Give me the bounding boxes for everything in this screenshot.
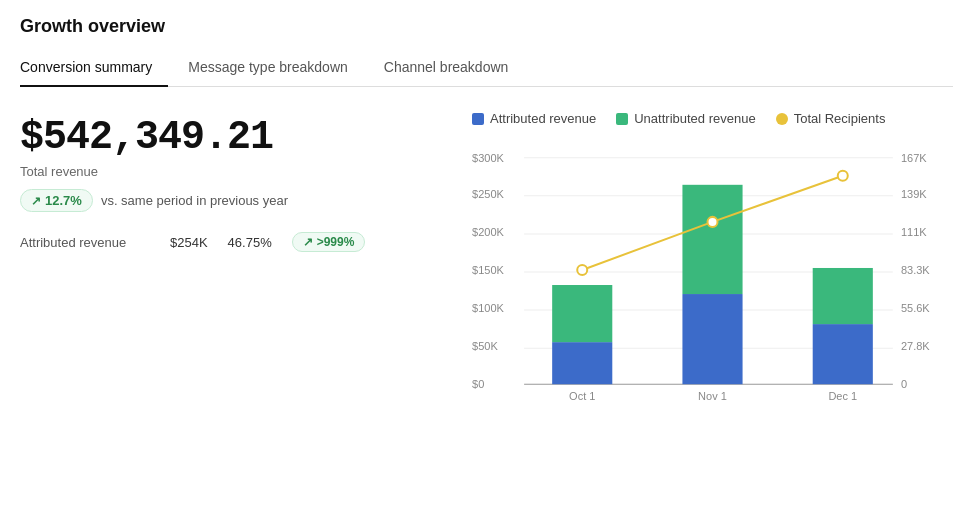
oct-recipients-dot	[577, 265, 587, 275]
svg-text:111K: 111K	[901, 226, 927, 238]
legend-recipients: Total Recipients	[776, 111, 886, 126]
legend-unattributed: Unattributed revenue	[616, 111, 755, 126]
legend-attributed-dot	[472, 113, 484, 125]
legend-unattributed-dot	[616, 113, 628, 125]
nov-unattributed-bar	[682, 185, 742, 294]
svg-text:Oct 1: Oct 1	[569, 390, 595, 402]
svg-text:27.8K: 27.8K	[901, 340, 930, 352]
svg-text:$300K: $300K	[472, 152, 505, 164]
tabs-container: Conversion summary Message type breakdow…	[20, 49, 953, 87]
legend-unattributed-label: Unattributed revenue	[634, 111, 755, 126]
nov-recipients-dot	[707, 217, 717, 227]
svg-text:$0: $0	[472, 378, 484, 390]
svg-text:$250K: $250K	[472, 188, 505, 200]
chart-container: $300K $250K $200K $150K $100K $50K $0	[472, 138, 953, 422]
svg-text:$200K: $200K	[472, 226, 505, 238]
tab-message-type-breakdown[interactable]: Message type breakdown	[188, 49, 364, 87]
oct-unattributed-bar	[552, 285, 612, 342]
attributed-pct: 46.75%	[228, 235, 272, 250]
svg-text:Dec 1: Dec 1	[828, 390, 857, 402]
chart-legend: Attributed revenue Unattributed revenue …	[472, 111, 953, 126]
left-panel: $542,349.21 Total revenue ↗ 12.7% vs. sa…	[20, 111, 440, 422]
nov-attributed-bar	[682, 294, 742, 384]
total-revenue-label: Total revenue	[20, 164, 440, 179]
legend-attributed: Attributed revenue	[472, 111, 596, 126]
bar-chart: $300K $250K $200K $150K $100K $50K $0	[472, 138, 953, 418]
dec-attributed-bar	[813, 324, 873, 384]
attributed-badge: ↗ >999%	[292, 232, 366, 252]
svg-text:55.6K: 55.6K	[901, 302, 930, 314]
attributed-label: Attributed revenue	[20, 235, 150, 250]
legend-attributed-label: Attributed revenue	[490, 111, 596, 126]
growth-pct: 12.7%	[45, 193, 82, 208]
svg-text:Nov 1: Nov 1	[698, 390, 727, 402]
content-area: $542,349.21 Total revenue ↗ 12.7% vs. sa…	[20, 111, 953, 422]
right-panel: Attributed revenue Unattributed revenue …	[472, 111, 953, 422]
growth-arrow-icon: ↗	[31, 194, 41, 208]
svg-text:139K: 139K	[901, 188, 927, 200]
growth-row: ↗ 12.7% vs. same period in previous year	[20, 189, 440, 212]
growth-period-label: vs. same period in previous year	[101, 193, 288, 208]
svg-text:167K: 167K	[901, 152, 927, 164]
attributed-badge-arrow-icon: ↗	[303, 235, 313, 249]
svg-text:83.3K: 83.3K	[901, 264, 930, 276]
dec-unattributed-bar	[813, 268, 873, 324]
growth-badge: ↗ 12.7%	[20, 189, 93, 212]
legend-recipients-label: Total Recipients	[794, 111, 886, 126]
attributed-row: Attributed revenue $254K 46.75% ↗ >999%	[20, 232, 440, 252]
oct-attributed-bar	[552, 342, 612, 384]
attributed-value: $254K	[170, 235, 208, 250]
svg-text:$100K: $100K	[472, 302, 505, 314]
tab-channel-breakdown[interactable]: Channel breakdown	[384, 49, 525, 87]
legend-recipients-dot	[776, 113, 788, 125]
svg-text:$50K: $50K	[472, 340, 498, 352]
total-revenue-amount: $542,349.21	[20, 115, 440, 160]
attributed-badge-value: >999%	[317, 235, 355, 249]
svg-text:0: 0	[901, 378, 907, 390]
dec-recipients-dot	[838, 171, 848, 181]
page-title: Growth overview	[20, 16, 953, 37]
svg-text:$150K: $150K	[472, 264, 505, 276]
tab-conversion-summary[interactable]: Conversion summary	[20, 49, 168, 87]
